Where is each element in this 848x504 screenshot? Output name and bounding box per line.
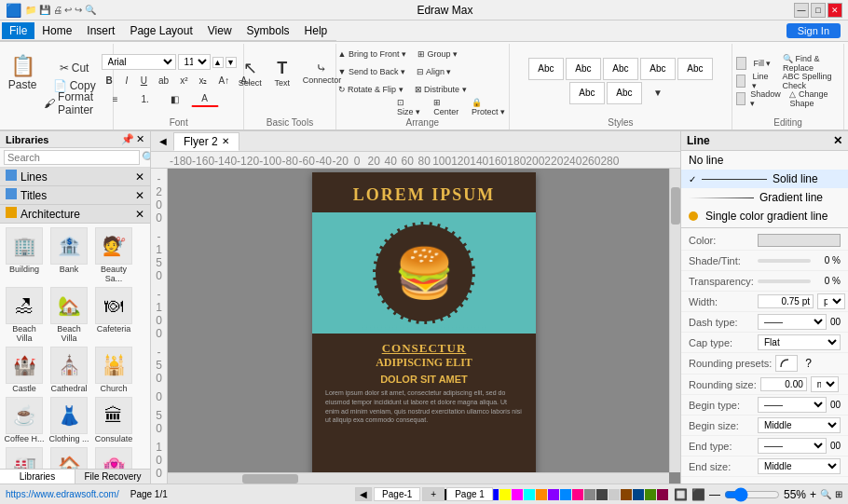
lib-section-titles-header[interactable]: Titles ✕: [0, 186, 150, 205]
color-dark-green[interactable]: [645, 489, 656, 500]
page-1-tab[interactable]: Page-1: [374, 487, 420, 501]
url-link[interactable]: https://www.edrawsoft.com/: [6, 489, 119, 499]
scrollbar-thumb-v[interactable]: [671, 187, 680, 225]
lib-item-guest-house[interactable]: 🏩 Guest Ho...: [93, 447, 134, 469]
style-option-4[interactable]: Abc: [640, 58, 676, 80]
lib-item-coffee[interactable]: ☕ Coffee H...: [4, 397, 45, 443]
spelling-check-button[interactable]: ABC Spelling Check: [777, 73, 840, 89]
gradient-line-option[interactable]: Gradient line: [681, 188, 848, 207]
lib-item-beauty-salon[interactable]: 💇 Beauty Sa...: [93, 227, 134, 283]
color-dark-gray[interactable]: [596, 489, 608, 500]
scrollbar-vertical[interactable]: [669, 169, 680, 472]
color-light-gray[interactable]: [609, 489, 620, 500]
menu-symbols[interactable]: Symbols: [239, 22, 297, 39]
style-option-2[interactable]: Abc: [566, 58, 601, 80]
lib-item-building[interactable]: 🏢 Building: [4, 227, 45, 283]
maximize-button[interactable]: □: [811, 3, 826, 18]
lib-section-lines-header[interactable]: Lines ✕: [0, 168, 150, 186]
cap-type-select[interactable]: FlatRoundSquare: [758, 334, 841, 350]
menu-home[interactable]: Home: [34, 22, 79, 39]
flyer2-tab-close[interactable]: ✕: [222, 136, 229, 146]
distribute-button[interactable]: ⊠ Distribute ▾: [410, 81, 472, 98]
paste-button[interactable]: 📋 Paste: [7, 46, 37, 100]
font-family-select[interactable]: Arial: [102, 54, 176, 70]
lib-item-cafeteria[interactable]: 🍽 Cafeteria: [93, 287, 134, 343]
color-orange[interactable]: [536, 489, 547, 500]
menu-view[interactable]: View: [200, 22, 239, 39]
align-button[interactable]: ⊟ Align ▾: [412, 63, 457, 80]
flyer2-tab[interactable]: Flyer 2 ✕: [173, 132, 239, 151]
align-left-button[interactable]: ◧: [161, 90, 189, 107]
lib-item-family-apt[interactable]: 🏠 Family Ap...: [48, 447, 89, 469]
lib-search-input[interactable]: [4, 150, 140, 165]
width-unit-select[interactable]: pt: [817, 293, 845, 309]
file-recovery-tab[interactable]: File Recovery: [75, 470, 150, 484]
color-yellow[interactable]: [499, 489, 511, 500]
lib-search-icon[interactable]: 🔍: [142, 151, 151, 164]
canvas-body[interactable]: - 2 0 0 - 1 5 0 - 1 0 0 - 5 0 0 5 0 1 0: [151, 169, 680, 484]
underline-button[interactable]: U: [136, 72, 152, 89]
end-size-select[interactable]: MiddleSmallLarge: [758, 458, 841, 474]
lib-item-clothing[interactable]: 👗 Clothing ...: [48, 397, 89, 443]
fit-width-icon[interactable]: ⊞: [835, 489, 842, 499]
color-brown[interactable]: [621, 489, 632, 500]
center-button[interactable]: ⊞ Center: [429, 99, 465, 116]
style-more-button[interactable]: ▼: [644, 85, 672, 102]
font-size-up-button[interactable]: ▲: [212, 57, 224, 68]
change-shape-button[interactable]: △ Change Shape: [785, 90, 840, 107]
subscript-button[interactable]: x₂: [194, 72, 212, 89]
solid-line-option[interactable]: ✓ Solid line: [681, 170, 848, 188]
menu-insert[interactable]: Insert: [79, 22, 122, 39]
sign-in-button[interactable]: Sign In: [786, 23, 841, 38]
single-color-gradient-option[interactable]: Single color gradient line: [681, 207, 848, 225]
line-panel-close-icon[interactable]: ✕: [833, 134, 842, 147]
color-light-blue[interactable]: [560, 489, 571, 500]
lib-item-factory[interactable]: 🏭 Factory: [4, 447, 45, 469]
style-option-1[interactable]: Abc: [528, 58, 564, 80]
window-controls[interactable]: — □ ✕: [794, 3, 842, 18]
scrollbar-thumb-h[interactable]: [242, 474, 298, 484]
send-to-back-button[interactable]: ▼ Send to Back ▾: [334, 63, 410, 80]
begin-type-select[interactable]: ——: [758, 397, 827, 413]
color-cyan[interactable]: [524, 489, 535, 500]
rounding-size-unit[interactable]: mm: [811, 376, 839, 392]
lib-item-beach-villa-2[interactable]: 🏡 Beach Villa: [48, 287, 89, 343]
numbering-button[interactable]: 1.: [131, 90, 159, 107]
menu-file[interactable]: File: [2, 22, 34, 39]
lib-item-cathedral[interactable]: ⛪ Cathedral: [48, 347, 89, 393]
close-button[interactable]: ✕: [827, 3, 842, 18]
lib-item-consulate[interactable]: 🏛 Consulate: [93, 397, 134, 443]
font-color-button[interactable]: A: [191, 90, 219, 107]
style-option-3[interactable]: Abc: [603, 58, 638, 80]
zoom-slider[interactable]: [724, 489, 780, 500]
color-picker[interactable]: [758, 234, 841, 247]
transparency-slider[interactable]: [758, 279, 811, 283]
dash-type-select[interactable]: ——: [758, 314, 827, 330]
color-pink[interactable]: [572, 489, 583, 500]
menu-page-layout[interactable]: Page Layout: [122, 22, 199, 39]
bring-to-front-button[interactable]: ▲ Bring to Front ▾: [334, 46, 411, 62]
zoom-in-icon[interactable]: —: [709, 488, 720, 501]
color-gray[interactable]: [584, 489, 595, 500]
style-option-5[interactable]: Abc: [677, 58, 713, 80]
cut-button[interactable]: ✂Cut: [39, 60, 109, 76]
menu-help[interactable]: Help: [297, 22, 335, 39]
lib-item-castle[interactable]: 🏰 Castle: [4, 347, 45, 393]
size-button[interactable]: ⊡ Size ▾: [392, 99, 427, 116]
rotate-flip-button[interactable]: ↻ Rotate & Flip ▾: [334, 81, 408, 98]
protect-button[interactable]: 🔒 Protect ▾: [467, 99, 512, 116]
libraries-tab[interactable]: Libraries: [0, 470, 75, 484]
poster-document[interactable]: LOREM IPSUM CONSECTUR ADIPISCING ELIT DO…: [312, 172, 536, 480]
group-button[interactable]: ⊞ Group ▾: [413, 46, 462, 62]
zoom-fit-icon[interactable]: ⬛: [691, 488, 705, 501]
line-button[interactable]: Line ▾: [747, 73, 775, 89]
increase-font-button[interactable]: A↑: [213, 72, 234, 89]
zoom-100-icon[interactable]: 🔍: [820, 489, 831, 499]
end-type-select[interactable]: ——: [758, 438, 827, 454]
find-replace-button[interactable]: 🔍 Find & Replace: [778, 55, 840, 72]
no-line-option[interactable]: No line: [681, 151, 848, 170]
width-input[interactable]: [758, 294, 814, 308]
superscript-button[interactable]: x²: [175, 72, 192, 89]
style-option-7[interactable]: Abc: [607, 82, 642, 104]
fill-button[interactable]: Fill ▾: [748, 55, 776, 72]
